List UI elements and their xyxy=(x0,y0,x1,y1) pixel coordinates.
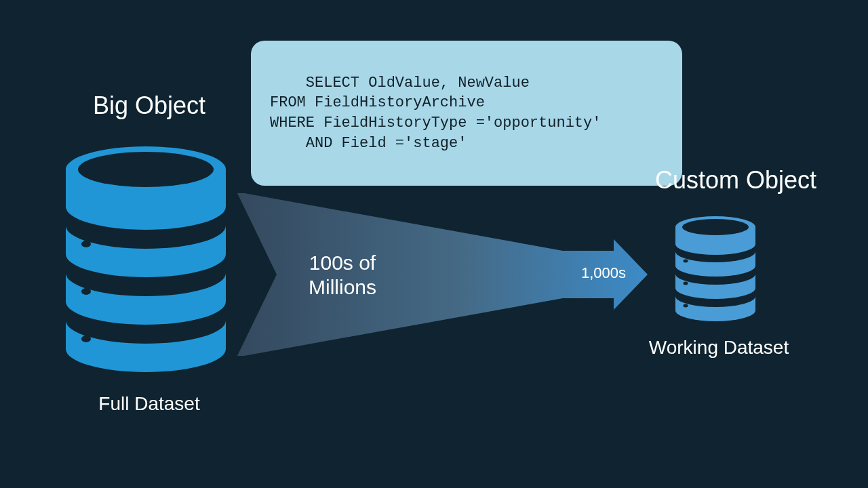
sql-code-text: SELECT OldValue, NewValue FROM FieldHist… xyxy=(270,75,601,152)
svg-point-24 xyxy=(81,241,91,247)
big-object-title: Big Object xyxy=(54,92,244,120)
diagram-stage: SELECT OldValue, NewValue FROM FieldHist… xyxy=(0,0,868,488)
svg-point-26 xyxy=(81,336,91,342)
custom-object-db-icon xyxy=(671,212,760,327)
big-object-caption: Full Dataset xyxy=(54,393,244,415)
funnel-right-label: 1,000s xyxy=(576,264,631,282)
svg-point-48 xyxy=(682,219,749,235)
sql-code-box: SELECT OldValue, NewValue FROM FieldHist… xyxy=(251,41,682,186)
custom-object-title: Custom Object xyxy=(637,166,834,195)
svg-point-23 xyxy=(78,152,214,187)
svg-point-51 xyxy=(684,304,688,308)
big-object-db-icon xyxy=(58,132,234,383)
svg-point-49 xyxy=(684,260,688,263)
funnel-left-label: 100s of Millions xyxy=(288,251,397,300)
custom-object-caption: Working Dataset xyxy=(637,337,800,359)
svg-point-50 xyxy=(684,282,688,285)
svg-point-25 xyxy=(81,288,91,295)
